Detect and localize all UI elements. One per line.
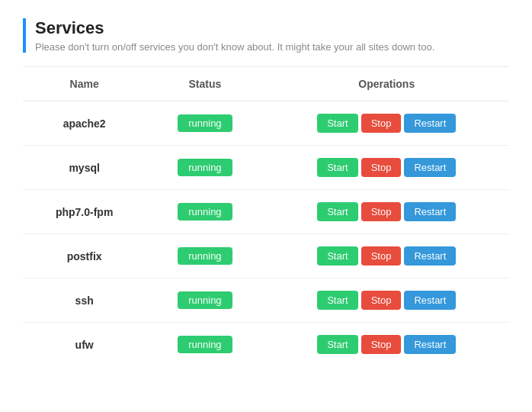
table-row: sshrunningStartStopRestart [23, 278, 509, 323]
col-operations: Operations [264, 67, 510, 101]
stop-button[interactable]: Stop [361, 335, 402, 354]
table-row: mysqlrunningStartStopRestart [23, 146, 509, 190]
status-badge: running [178, 291, 232, 309]
service-name-cell: ufw [23, 323, 146, 367]
restart-button[interactable]: Restart [404, 291, 456, 310]
start-button[interactable]: Start [317, 202, 357, 221]
ops-group: StartStopRestart [317, 114, 456, 133]
service-status-cell: running [146, 234, 264, 278]
service-name-cell: postfix [23, 234, 146, 278]
start-button[interactable]: Start [317, 335, 357, 354]
service-name: apache2 [63, 117, 106, 130]
ops-group: StartStopRestart [317, 291, 456, 310]
service-status-cell: running [146, 146, 264, 190]
service-operations-cell: StartStopRestart [264, 101, 510, 146]
status-badge: running [178, 203, 232, 220]
status-badge: running [178, 336, 232, 353]
service-status-cell: running [146, 190, 264, 234]
service-operations-cell: StartStopRestart [264, 234, 510, 278]
status-badge: running [178, 159, 232, 176]
service-name-cell: apache2 [23, 101, 146, 146]
start-button[interactable]: Start [317, 158, 357, 177]
service-operations-cell: StartStopRestart [264, 190, 510, 234]
stop-button[interactable]: Stop [361, 202, 402, 221]
restart-button[interactable]: Restart [404, 114, 456, 133]
table-header: Name Status Operations [23, 67, 509, 101]
restart-button[interactable]: Restart [404, 158, 456, 177]
ops-group: StartStopRestart [317, 335, 456, 354]
service-name: ufw [75, 339, 94, 351]
restart-button[interactable]: Restart [404, 335, 456, 354]
service-operations-cell: StartStopRestart [264, 323, 510, 367]
service-name: ssh [75, 295, 94, 307]
table-row: php7.0-fpmrunningStartStopRestart [23, 190, 509, 234]
ops-group: StartStopRestart [317, 158, 456, 177]
page-title: Services [35, 18, 509, 38]
service-name-cell: mysql [23, 146, 146, 190]
services-table: Name Status Operations apache2runningSta… [23, 67, 509, 366]
page-header: Services Please don't turn on/off servic… [23, 18, 509, 53]
service-name-cell: ssh [23, 278, 146, 323]
start-button[interactable]: Start [317, 291, 357, 310]
status-badge: running [178, 114, 232, 132]
service-name-cell: php7.0-fpm [23, 190, 146, 234]
services-tbody: apache2runningStartStopRestartmysqlrunni… [23, 101, 509, 367]
start-button[interactable]: Start [317, 114, 357, 133]
ops-group: StartStopRestart [317, 202, 456, 221]
stop-button[interactable]: Stop [361, 246, 402, 266]
table-row: postfixrunningStartStopRestart [23, 234, 509, 278]
service-name: postfix [67, 250, 102, 262]
col-status: Status [146, 67, 264, 101]
start-button[interactable]: Start [317, 246, 357, 266]
status-badge: running [178, 247, 232, 265]
service-status-cell: running [146, 278, 264, 323]
page-container: Services Please don't turn on/off servic… [0, 0, 532, 385]
restart-button[interactable]: Restart [404, 202, 456, 221]
stop-button[interactable]: Stop [361, 114, 402, 133]
table-row: apache2runningStartStopRestart [23, 101, 509, 146]
service-name: php7.0-fpm [56, 206, 113, 218]
service-status-cell: running [146, 323, 264, 367]
restart-button[interactable]: Restart [404, 246, 456, 266]
service-operations-cell: StartStopRestart [264, 146, 510, 190]
stop-button[interactable]: Stop [361, 291, 402, 310]
ops-group: StartStopRestart [317, 246, 456, 266]
col-name: Name [23, 67, 146, 101]
service-status-cell: running [146, 101, 264, 146]
page-subtitle: Please don't turn on/off services you do… [35, 41, 509, 53]
table-row: ufwrunningStartStopRestart [23, 323, 509, 367]
service-operations-cell: StartStopRestart [264, 278, 510, 323]
stop-button[interactable]: Stop [361, 158, 402, 177]
service-name: mysql [69, 162, 99, 174]
